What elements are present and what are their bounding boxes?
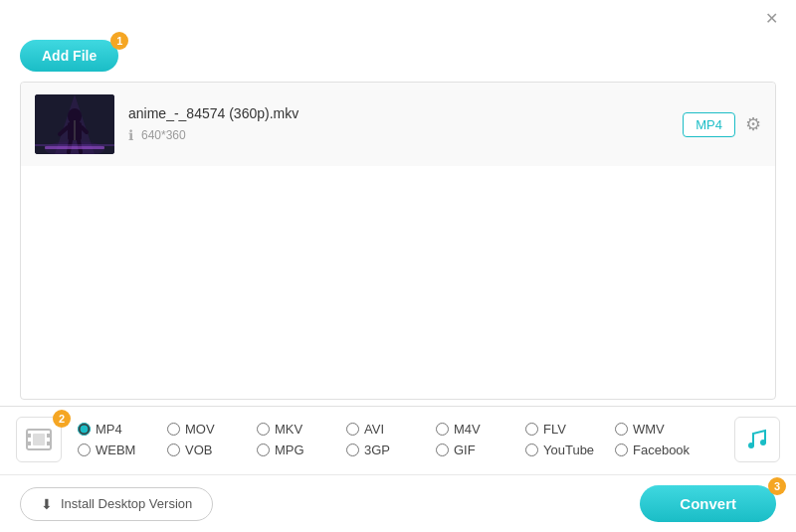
format-grid-container: MP4 MOV MKV AVI M4V FLV	[78, 422, 718, 457]
settings-button[interactable]: ⚙	[745, 113, 761, 135]
file-meta: ℹ 640*360	[128, 127, 683, 143]
svg-point-18	[748, 443, 754, 448]
format-m4v[interactable]: M4V	[436, 422, 525, 437]
format-mov[interactable]: MOV	[167, 422, 257, 437]
svg-rect-10	[45, 146, 104, 149]
convert-button[interactable]: Convert 3	[640, 485, 776, 522]
add-file-button[interactable]: Add File 1	[20, 40, 118, 72]
video-format-icon: 2	[16, 417, 62, 462]
format-flv[interactable]: FLV	[525, 422, 615, 437]
toolbar: Add File 1	[0, 36, 796, 82]
format-wmv-radio[interactable]	[615, 423, 628, 436]
format-mpg-radio[interactable]	[257, 443, 270, 456]
convert-label: Convert	[680, 495, 736, 512]
format-mpg[interactable]: MPG	[257, 443, 346, 457]
format-gif[interactable]: GIF	[436, 443, 525, 457]
format-gif-radio[interactable]	[436, 443, 449, 456]
format-avi-radio[interactable]	[346, 423, 359, 436]
file-info: anime_-_84574 (360p).mkv ℹ 640*360	[128, 105, 683, 143]
format-3gp-radio[interactable]	[346, 443, 359, 456]
file-name: anime_-_84574 (360p).mkv	[128, 105, 683, 121]
svg-rect-13	[27, 434, 31, 438]
format-mov-radio[interactable]	[167, 423, 180, 436]
svg-rect-15	[47, 434, 51, 438]
format-wmv[interactable]: WMV	[615, 422, 704, 437]
format-mkv-radio[interactable]	[257, 423, 270, 436]
format-mp4[interactable]: MP4	[78, 422, 167, 437]
format-row-1: MP4 MOV MKV AVI M4V FLV	[78, 422, 718, 437]
install-button[interactable]: ⬇ Install Desktop Version	[20, 487, 213, 521]
svg-rect-17	[33, 434, 45, 445]
download-icon: ⬇	[41, 496, 53, 512]
format-avi[interactable]: AVI	[346, 422, 436, 437]
add-file-label: Add File	[42, 48, 97, 64]
svg-rect-16	[47, 442, 51, 445]
format-webm[interactable]: WEBM	[78, 443, 167, 457]
format-badge-button[interactable]: MP4	[683, 112, 735, 137]
convert-badge: 3	[768, 477, 786, 495]
format-3gp[interactable]: 3GP	[346, 443, 436, 457]
file-resolution: 640*360	[141, 128, 186, 142]
file-actions: MP4 ⚙	[683, 112, 761, 137]
file-item: anime_-_84574 (360p).mkv ℹ 640*360 MP4 ⚙	[21, 83, 775, 166]
format-webm-radio[interactable]	[78, 443, 91, 456]
format-section: 2 MP4 MOV MKV AVI M4V	[0, 406, 796, 472]
file-thumbnail	[35, 94, 114, 154]
format-m4v-radio[interactable]	[436, 423, 449, 436]
add-file-badge: 1	[110, 32, 128, 50]
format-section-badge: 2	[53, 410, 71, 428]
svg-point-19	[760, 440, 766, 445]
format-youtube[interactable]: YouTube	[525, 443, 615, 457]
format-facebook[interactable]: Facebook	[615, 443, 704, 457]
music-format-icon	[734, 417, 780, 462]
file-list: anime_-_84574 (360p).mkv ℹ 640*360 MP4 ⚙	[20, 82, 776, 400]
info-icon: ℹ	[128, 127, 133, 143]
format-youtube-radio[interactable]	[525, 443, 538, 456]
format-mkv[interactable]: MKV	[257, 422, 346, 437]
format-vob[interactable]: VOB	[167, 443, 257, 457]
format-mp4-radio[interactable]	[78, 423, 91, 436]
close-button[interactable]: ✕	[759, 7, 784, 30]
format-flv-radio[interactable]	[525, 423, 538, 436]
svg-rect-14	[27, 442, 31, 445]
format-vob-radio[interactable]	[167, 443, 180, 456]
bottom-bar: ⬇ Install Desktop Version Convert 3	[0, 474, 796, 532]
format-row-2: WEBM VOB MPG 3GP GIF YouTube	[78, 443, 718, 457]
svg-rect-11	[35, 144, 114, 146]
install-label: Install Desktop Version	[61, 496, 192, 511]
title-bar: ✕	[0, 0, 796, 36]
format-facebook-radio[interactable]	[615, 443, 628, 456]
